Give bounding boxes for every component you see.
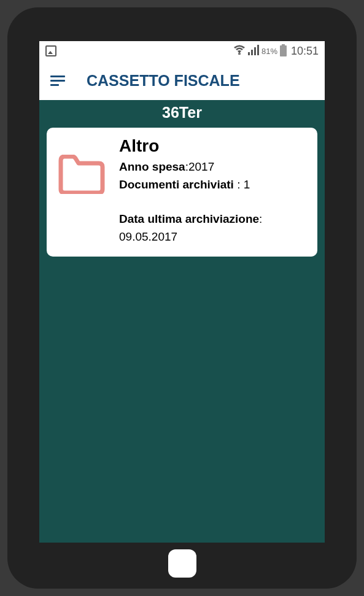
data-value: 09.05.2017 (119, 230, 177, 243)
screen: 81% 10:51 CASSETTO FISCALE 36Ter Altro A… (39, 41, 325, 543)
status-right: 81% 10:51 (233, 44, 319, 58)
tablet-frame: 81% 10:51 CASSETTO FISCALE 36Ter Altro A… (7, 7, 357, 589)
folder-card[interactable]: Altro Anno spesa:2017 Documenti archivia… (47, 128, 317, 257)
image-icon (45, 45, 56, 56)
signal-icon (248, 44, 259, 58)
doc-value: : 1 (234, 178, 250, 191)
anno-line: Anno spesa:2017 (119, 158, 306, 176)
data-suffix: : (259, 212, 262, 225)
data-label: Data ultima archiviazione (119, 212, 259, 225)
anno-label: Anno spesa (119, 160, 185, 173)
battery-icon (280, 45, 287, 56)
svg-rect-1 (251, 50, 253, 55)
battery-percentage: 81% (261, 47, 277, 56)
svg-rect-3 (257, 45, 259, 55)
menu-icon[interactable] (50, 75, 65, 86)
wifi-icon (233, 45, 246, 58)
data-line: Data ultima archiviazione: 09.05.2017 (119, 211, 306, 246)
status-left (45, 45, 56, 56)
doc-label: Documenti archiviati (119, 178, 234, 191)
section-title: 36Ter (39, 100, 325, 128)
svg-rect-0 (248, 52, 250, 55)
doc-line: Documenti archiviati : 1 (119, 176, 306, 194)
svg-rect-2 (254, 47, 256, 55)
app-title: CASSETTO FISCALE (87, 72, 240, 90)
status-bar: 81% 10:51 (39, 41, 325, 61)
card-content: Altro Anno spesa:2017 Documenti archivia… (119, 136, 306, 246)
anno-value: :2017 (185, 160, 215, 173)
clock: 10:51 (291, 45, 319, 58)
card-title: Altro (119, 136, 306, 156)
folder-icon (58, 155, 106, 196)
home-button[interactable] (168, 549, 196, 578)
app-bar: CASSETTO FISCALE (39, 61, 325, 100)
